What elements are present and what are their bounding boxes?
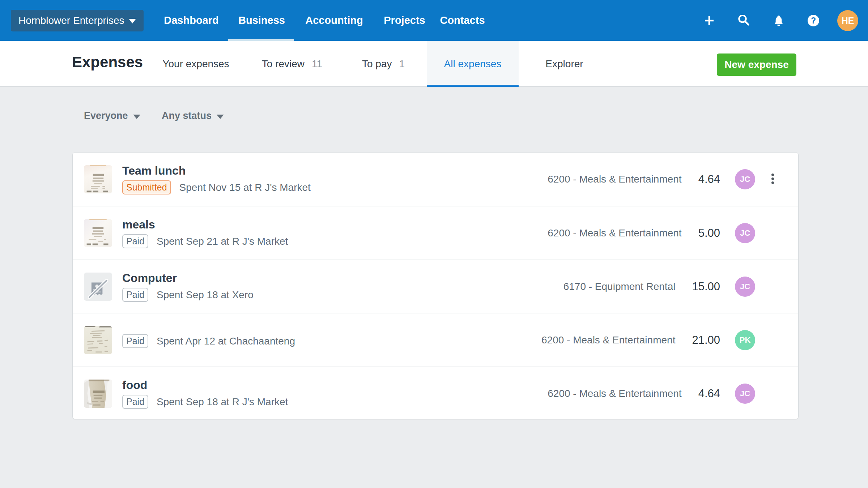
svg-text:?: ?: [811, 16, 816, 25]
